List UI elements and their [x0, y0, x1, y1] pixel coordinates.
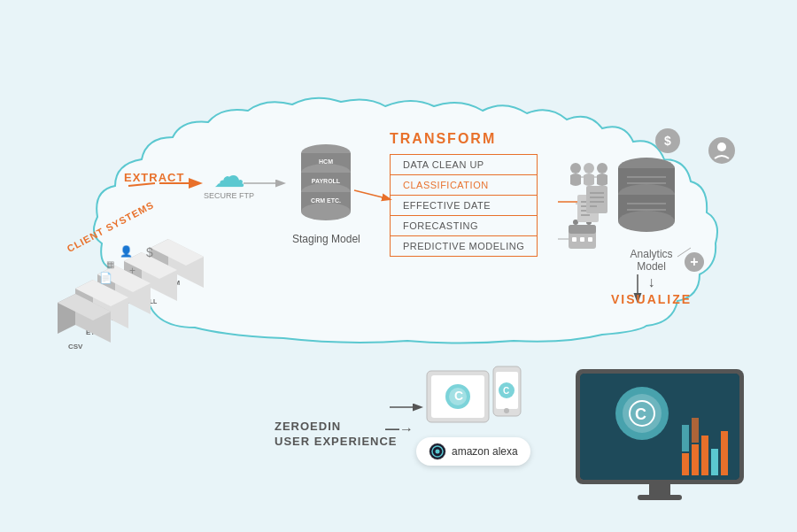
transform-item-cleanup: DATA CLEAN UP [391, 155, 537, 175]
svg-rect-53 [586, 186, 607, 213]
svg-text:C: C [454, 389, 463, 403]
svg-text:+: + [129, 265, 135, 277]
transform-item-predictive: PREDICTIVE MODELING [391, 236, 537, 256]
svg-point-21 [570, 163, 581, 173]
svg-rect-46 [580, 237, 584, 242]
extract-label: EXTRACT [124, 171, 184, 184]
doc-icon-2 [584, 184, 609, 219]
iso-blocks-svg: HCM PAYROLL CRM ETC [35, 204, 213, 363]
svg-rect-104 [692, 444, 699, 475]
client-systems-area: CLIENT SYSTEMS HCM PAYROLL [35, 204, 213, 366]
zeroedin-title: ZEROEDIN [275, 419, 398, 435]
staging-label: Staging Model [292, 233, 360, 245]
monitor-svg: C [571, 365, 748, 506]
alexa-label: amazon alexa [452, 445, 518, 458]
svg-rect-105 [701, 436, 708, 475]
svg-point-36 [618, 211, 675, 232]
transform-item-effective-date: EFFECTIVE DATE [391, 196, 537, 216]
transform-title: TRANSFORM [390, 131, 538, 147]
svg-text:C: C [635, 405, 646, 423]
ftp-cloud: ☁ SECURE FTP [204, 158, 254, 200]
tablet-svg: C [425, 369, 496, 427]
analytics-db-icon [611, 155, 682, 243]
transform-item-forecasting: FORECASTING [391, 216, 537, 236]
tablet-device: C [425, 369, 496, 430]
plus-circle: + [685, 252, 704, 272]
svg-point-31 [717, 143, 726, 151]
visualize-label: VISUALIZE [611, 292, 692, 306]
svg-point-22 [584, 163, 594, 173]
svg-point-23 [597, 163, 607, 173]
svg-rect-107 [721, 431, 728, 475]
svg-rect-110 [649, 484, 670, 495]
svg-text:PAYROLL: PAYROLL [312, 178, 341, 184]
svg-rect-47 [588, 237, 592, 242]
svg-rect-103 [682, 453, 689, 475]
person-svg [712, 141, 731, 160]
svg-rect-106 [711, 449, 718, 475]
staging-db-icon: HCM PAYROLL CRM ETC. [295, 137, 357, 226]
monitor: C [571, 365, 748, 510]
zeroedin-arrow: —→ [385, 421, 414, 437]
analytics-db [611, 155, 682, 247]
doc2-svg [584, 184, 609, 215]
cloud-icon: ☁ [204, 158, 254, 195]
svg-rect-45 [572, 237, 576, 242]
svg-point-90 [504, 408, 509, 413]
svg-text:▦: ▦ [106, 259, 114, 269]
svg-rect-108 [682, 425, 689, 451]
dollar-icon: $ [655, 128, 680, 153]
svg-text:CSV: CSV [68, 343, 83, 351]
transform-section: TRANSFORM DATA CLEAN UP CLASSIFICATION E… [390, 131, 538, 257]
svg-text:$: $ [146, 245, 153, 259]
analytics-model-label: Model [611, 260, 692, 273]
svg-text:HCM: HCM [319, 158, 333, 165]
zeroedin-section: ZEROEDIN USER EXPERIENCE [275, 419, 398, 448]
analytics-label: Analytics [611, 248, 692, 260]
staging-model: HCM PAYROLL CRM ETC. Staging Model [292, 137, 360, 245]
phone-device: C [491, 365, 522, 421]
ftp-label: SECURE FTP [204, 191, 254, 200]
svg-text:C: C [503, 386, 509, 396]
svg-text:CRM ETC.: CRM ETC. [311, 197, 341, 204]
zeroedin-subtitle: USER EXPERIENCE [275, 435, 398, 448]
svg-rect-111 [638, 495, 682, 500]
svg-point-95 [436, 450, 440, 454]
analytics-section: Analytics Model ↓ VISUALIZE [611, 248, 692, 306]
transform-boxes: DATA CLEAN UP CLASSIFICATION EFFECTIVE D… [390, 154, 538, 257]
svg-rect-109 [692, 418, 699, 443]
person-icon [708, 137, 735, 164]
svg-point-17 [301, 203, 351, 220]
down-arrow: ↓ [611, 274, 692, 290]
svg-text:📄: 📄 [99, 271, 112, 284]
alexa-badge: amazon alexa [416, 437, 530, 466]
transform-item-classification: CLASSIFICATION [391, 175, 537, 196]
alexa-icon [429, 443, 446, 460]
svg-text:👤: 👤 [120, 244, 133, 258]
phone-svg: C [491, 365, 522, 418]
